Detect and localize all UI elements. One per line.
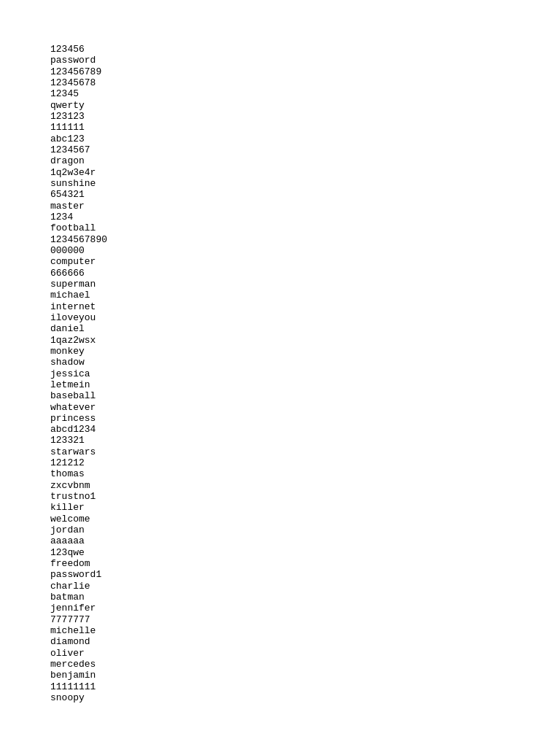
list-item: abcd1234	[50, 424, 560, 435]
list-item: daniel	[50, 323, 560, 334]
list-item: superman	[50, 279, 560, 290]
list-item: 1qaz2wsx	[50, 335, 560, 346]
list-item: jessica	[50, 368, 560, 379]
list-item: zxcvbnm	[50, 480, 560, 491]
list-item: monkey	[50, 346, 560, 357]
list-item: 1234	[50, 212, 560, 222]
list-item: killer	[50, 502, 560, 513]
list-item: 123qwe	[50, 547, 560, 558]
list-item: baseball	[50, 390, 560, 401]
list-item: 666666	[50, 268, 560, 279]
list-item: charlie	[50, 581, 560, 592]
list-item: aaaaaa	[50, 535, 560, 546]
list-item: 12345	[50, 88, 560, 99]
list-item: 000000	[50, 245, 560, 256]
list-item: 12345678	[50, 77, 560, 88]
list-item: letmein	[50, 379, 560, 390]
list-item: dragon	[50, 155, 560, 166]
list-item: thomas	[50, 468, 560, 479]
list-item: 1q2w3e4r	[50, 167, 560, 178]
list-item: 121212	[50, 457, 560, 468]
list-item: 123456789	[50, 66, 560, 77]
list-item: qwerty	[50, 100, 560, 111]
list-item: snoopy	[50, 692, 560, 703]
list-item: 1234567890	[50, 234, 560, 245]
list-item: iloveyou	[50, 312, 560, 323]
list-item: abc123	[50, 133, 560, 144]
list-item: internet	[50, 301, 560, 312]
list-item: password1	[50, 569, 560, 580]
list-item: batman	[50, 592, 560, 603]
list-item: mercedes	[50, 659, 560, 670]
list-item: master	[50, 201, 560, 212]
list-item: starwars	[50, 446, 560, 457]
list-item: freedom	[50, 558, 560, 569]
list-item: 654321	[50, 189, 560, 200]
list-item: jordan	[50, 525, 560, 535]
list-item: jennifer	[50, 603, 560, 614]
list-item: welcome	[50, 514, 560, 525]
list-item: michael	[50, 290, 560, 301]
list-item: benjamin	[50, 670, 560, 681]
list-item: whatever	[50, 402, 560, 413]
list-item: football	[50, 222, 560, 233]
list-item: princess	[50, 413, 560, 424]
list-item: michelle	[50, 625, 560, 636]
list-item: 1234567	[50, 144, 560, 155]
list-item: 11111111	[50, 681, 560, 692]
list-item: computer	[50, 256, 560, 267]
list-item: trustno1	[50, 491, 560, 502]
list-item: 123123	[50, 111, 560, 122]
list-item: 123456	[50, 44, 560, 55]
password-list: 123456password1234567891234567812345qwer…	[50, 44, 560, 703]
list-item: 123321	[50, 435, 560, 446]
list-item: 111111	[50, 122, 560, 133]
list-item: diamond	[50, 636, 560, 647]
list-item: oliver	[50, 648, 560, 659]
list-item: sunshine	[50, 178, 560, 189]
list-item: shadow	[50, 357, 560, 368]
list-item: password	[50, 55, 560, 66]
list-item: 7777777	[50, 614, 560, 625]
